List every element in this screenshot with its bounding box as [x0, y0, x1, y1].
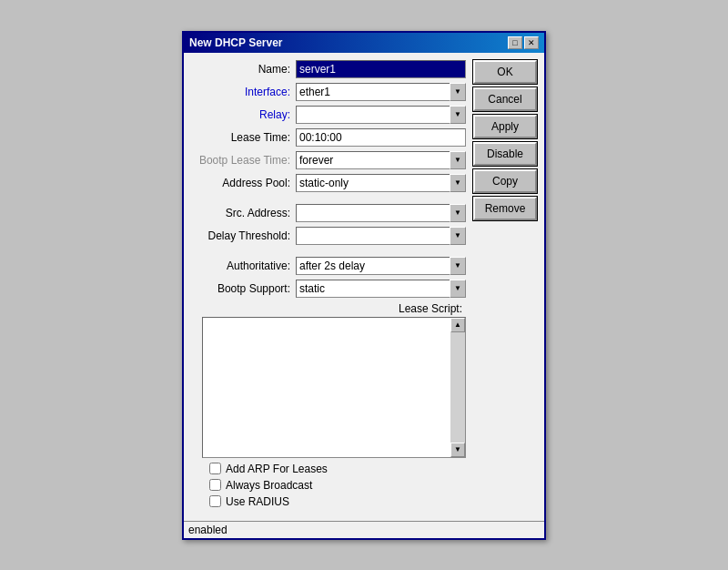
name-label: Name: — [191, 63, 296, 76]
scroll-down-button[interactable]: ▼ — [450, 443, 465, 457]
scroll-up-button[interactable]: ▲ — [450, 318, 465, 332]
always-broadcast-label: Always Broadcast — [226, 479, 312, 492]
relay-row: Relay: ▼ — [191, 106, 466, 124]
delay-threshold-input-wrap: ▼ — [296, 227, 466, 245]
remove-button[interactable]: Remove — [473, 197, 537, 220]
bootp-support-label: Bootp Support: — [191, 282, 296, 295]
lease-time-row: Lease Time: — [191, 128, 466, 147]
delay-threshold-label: Delay Threshold: — [191, 229, 296, 242]
main-content: Name: Interface: ether1 ▼ Relay: — [184, 53, 544, 521]
window-controls: □ ✕ — [508, 36, 539, 49]
delay-threshold-select[interactable] — [296, 227, 466, 245]
src-address-select[interactable] — [296, 204, 466, 222]
authoritative-select[interactable]: after 2s delay — [296, 257, 466, 275]
authoritative-label: Authoritative: — [191, 260, 296, 272]
name-row: Name: — [191, 60, 466, 78]
use-radius-row: Use RADIUS — [209, 495, 466, 508]
src-address-input-wrap: ▼ — [296, 204, 466, 222]
checkboxes-area: Add ARP For Leases Always Broadcast Use … — [191, 463, 466, 508]
minimize-button[interactable]: □ — [508, 36, 522, 49]
bootp-lease-time-input-wrap: forever ▼ — [296, 151, 466, 169]
lease-script-textarea[interactable] — [203, 318, 450, 457]
name-input-wrap — [296, 60, 466, 78]
src-address-row: Src. Address: ▼ — [191, 204, 466, 222]
relay-label: Relay: — [191, 108, 296, 121]
window-title: New DHCP Server — [189, 36, 283, 49]
ok-button[interactable]: OK — [473, 60, 537, 84]
scroll-track — [450, 332, 465, 443]
lease-time-input-wrap — [296, 128, 466, 147]
interface-input-wrap: ether1 ▼ — [296, 83, 466, 101]
title-bar: New DHCP Server □ ✕ — [184, 33, 544, 53]
lease-script-textarea-wrap: ▲ ▼ — [202, 317, 466, 458]
address-pool-row: Address Pool: static-only ▼ — [191, 174, 466, 192]
use-radius-label: Use RADIUS — [226, 495, 289, 508]
src-address-label: Src. Address: — [191, 207, 296, 219]
interface-row: Interface: ether1 ▼ — [191, 83, 466, 101]
lease-time-input[interactable] — [296, 128, 466, 147]
address-pool-input-wrap: static-only ▼ — [296, 174, 466, 192]
authoritative-row: Authoritative: after 2s delay ▼ — [191, 257, 466, 275]
lease-script-label: Lease Script: — [191, 302, 466, 315]
button-column: OK Cancel Apply Disable Copy Remove — [473, 60, 537, 514]
dhcp-server-window: New DHCP Server □ ✕ Name: Interface: eth… — [182, 31, 546, 540]
add-arp-row: Add ARP For Leases — [209, 463, 466, 475]
use-radius-checkbox[interactable] — [209, 495, 221, 507]
name-input[interactable] — [296, 60, 466, 78]
copy-button[interactable]: Copy — [473, 169, 537, 193]
bootp-support-input-wrap: static ▼ — [296, 280, 466, 298]
bootp-lease-time-label: Bootp Lease Time: — [191, 154, 296, 167]
lease-script-scrollbar: ▲ ▼ — [450, 318, 465, 457]
delay-threshold-row: Delay Threshold: ▼ — [191, 227, 466, 245]
disable-button[interactable]: Disable — [473, 142, 537, 166]
cancel-button[interactable]: Cancel — [473, 87, 537, 111]
status-bar: enabled — [184, 521, 544, 538]
relay-input-wrap: ▼ — [296, 106, 466, 124]
interface-label: Interface: — [191, 86, 296, 98]
add-arp-label: Add ARP For Leases — [226, 463, 328, 475]
add-arp-checkbox[interactable] — [209, 463, 221, 474]
always-broadcast-row: Always Broadcast — [209, 479, 466, 492]
close-button[interactable]: ✕ — [524, 36, 539, 49]
bootp-support-select[interactable]: static — [296, 280, 466, 298]
apply-button[interactable]: Apply — [473, 115, 537, 138]
bootp-lease-time-row: Bootp Lease Time: forever ▼ — [191, 151, 466, 169]
address-pool-select[interactable]: static-only — [296, 174, 466, 192]
lease-time-label: Lease Time: — [191, 131, 296, 144]
authoritative-input-wrap: after 2s delay ▼ — [296, 257, 466, 275]
relay-select[interactable] — [296, 106, 466, 124]
always-broadcast-checkbox[interactable] — [209, 479, 221, 491]
status-text: enabled — [188, 524, 228, 536]
form-area: Name: Interface: ether1 ▼ Relay: — [191, 60, 466, 514]
bootp-support-row: Bootp Support: static ▼ — [191, 280, 466, 298]
interface-select[interactable]: ether1 — [296, 83, 466, 101]
bootp-lease-time-select[interactable]: forever — [296, 151, 466, 169]
address-pool-label: Address Pool: — [191, 177, 296, 189]
